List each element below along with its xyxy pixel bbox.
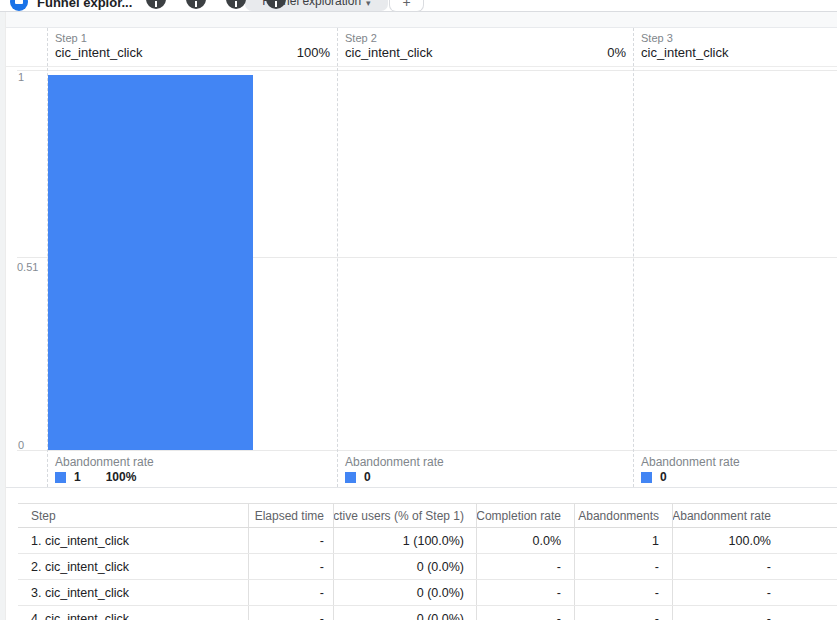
abandonment-legend-step-2: Abandonment rate 0 — [337, 450, 633, 487]
cell-abandonment-rate: - — [673, 554, 837, 579]
abandonment-rate-label: Abandonment rate — [55, 455, 154, 469]
step-number-label: Step 1 — [55, 32, 87, 44]
col-header-step: Step — [18, 504, 249, 527]
cell-completion-rate: - — [477, 580, 575, 605]
step-divider — [337, 28, 338, 487]
badge-glyph — [275, 1, 277, 7]
step-2-header: Step 2 cic_intent_click 0% — [337, 28, 633, 66]
cell-step: 1. cic_intent_click — [18, 528, 249, 553]
exploration-title[interactable]: Funnel explor... — [37, 0, 132, 10]
cell-abandonment-rate: - — [673, 580, 837, 605]
abandonment-count: 1 — [74, 470, 81, 484]
table-row: 1. cic_intent_click - 1 (100.0%) 0.0% 1 … — [18, 528, 837, 554]
step-event-name: cic_intent_click — [345, 45, 432, 60]
left-panel-edge — [0, 12, 6, 620]
cell-abandonments: - — [575, 554, 673, 579]
y-axis-tick: 0.51 — [17, 261, 38, 273]
y-axis-tick: 0 — [18, 439, 24, 451]
y-axis-tick: 1 — [18, 71, 24, 83]
table-header-row: Step Elapsed time Active users (% of Ste… — [18, 504, 837, 528]
step-event-name: cic_intent_click — [55, 45, 142, 60]
legend-swatch — [55, 472, 66, 483]
doc-icon-glyph — [15, 0, 23, 4]
gridline-1 — [17, 70, 837, 71]
cell-step: 3. cic_intent_click — [18, 580, 249, 605]
step-number-label: Step 3 — [641, 32, 673, 44]
cell-abandonment-rate: 100.0% — [673, 528, 837, 553]
step-divider — [47, 28, 48, 487]
abandonment-count: 0 — [660, 470, 667, 484]
abandonment-count: 0 — [364, 470, 371, 484]
walkthrough-badge-icon[interactable] — [186, 0, 206, 9]
table-row: 2. cic_intent_click - 0 (0.0%) - - - — [18, 554, 837, 580]
step-divider — [633, 28, 634, 487]
cell-active-users: 0 (0.0%) — [334, 580, 477, 605]
walkthrough-badge-icon[interactable] — [146, 0, 166, 9]
cell-completion-rate: 0.0% — [477, 528, 575, 553]
abandonment-pct: 100% — [106, 470, 137, 484]
abandonment-legend-step-3: Abandonment rate 0 — [633, 450, 837, 487]
cell-active-users: 0 (0.0%) — [334, 554, 477, 579]
cell-completion-rate: - — [477, 606, 575, 620]
badge-glyph — [235, 1, 237, 7]
step-3-header: Step 3 cic_intent_click — [633, 28, 837, 66]
col-header-completion-rate: Completion rate — [477, 504, 575, 527]
exploration-doc-icon — [10, 0, 28, 11]
table-row: 4. cic_intent_click - 0 (0.0%) - - - — [18, 606, 837, 620]
cell-elapsed-time: - — [249, 606, 334, 620]
chevron-down-icon: ▾ — [366, 0, 371, 8]
badge-glyph — [155, 1, 157, 7]
cell-active-users: 0 (0.0%) — [334, 606, 477, 620]
step-1-header: Step 1 cic_intent_click 100% — [47, 28, 337, 66]
step-event-name: cic_intent_click — [641, 45, 728, 60]
cell-abandonments: - — [575, 606, 673, 620]
funnel-exploration-page: Funnel explor... Funnel exploration ▾ + … — [0, 0, 837, 620]
canvas-gap-band — [0, 12, 837, 27]
step-header-border — [6, 66, 837, 67]
col-header-elapsed-time: Elapsed time — [249, 504, 334, 527]
cell-elapsed-time: - — [249, 580, 334, 605]
col-header-abandonments: Abandonments — [575, 504, 673, 527]
cell-abandonments: - — [575, 580, 673, 605]
abandonment-legend-step-1: Abandonment rate 1 100% — [47, 450, 337, 487]
plus-icon: + — [402, 0, 410, 10]
funnel-steps-table: Step Elapsed time Active users (% of Ste… — [18, 503, 837, 620]
table-row: 3. cic_intent_click - 0 (0.0%) - - - — [18, 580, 837, 606]
cell-active-users: 1 (100.0%) — [334, 528, 477, 553]
cell-abandonment-rate: - — [673, 606, 837, 620]
step-completion-pct: 100% — [297, 45, 330, 60]
funnel-bar-step-1[interactable] — [48, 75, 253, 450]
cell-step: 4. cic_intent_click — [18, 606, 249, 620]
col-header-active-users: Active users (% of Step 1) — [334, 504, 477, 527]
badge-glyph — [195, 1, 197, 7]
abandonment-rate-label: Abandonment rate — [345, 455, 444, 469]
cell-abandonments: 1 — [575, 528, 673, 553]
abandonment-rate-label: Abandonment rate — [641, 455, 740, 469]
cell-elapsed-time: - — [249, 554, 334, 579]
col-header-abandonment-rate: Abandonment rate — [673, 504, 837, 527]
card-bottom-border — [6, 487, 837, 488]
walkthrough-badge-icon[interactable] — [226, 0, 246, 9]
step-number-label: Step 2 — [345, 32, 377, 44]
cell-completion-rate: - — [477, 554, 575, 579]
cell-step: 2. cic_intent_click — [18, 554, 249, 579]
legend-swatch — [345, 472, 356, 483]
add-tab-button[interactable]: + — [389, 0, 424, 12]
cell-elapsed-time: - — [249, 528, 334, 553]
legend-swatch — [641, 472, 652, 483]
step-completion-pct: 0% — [607, 45, 626, 60]
